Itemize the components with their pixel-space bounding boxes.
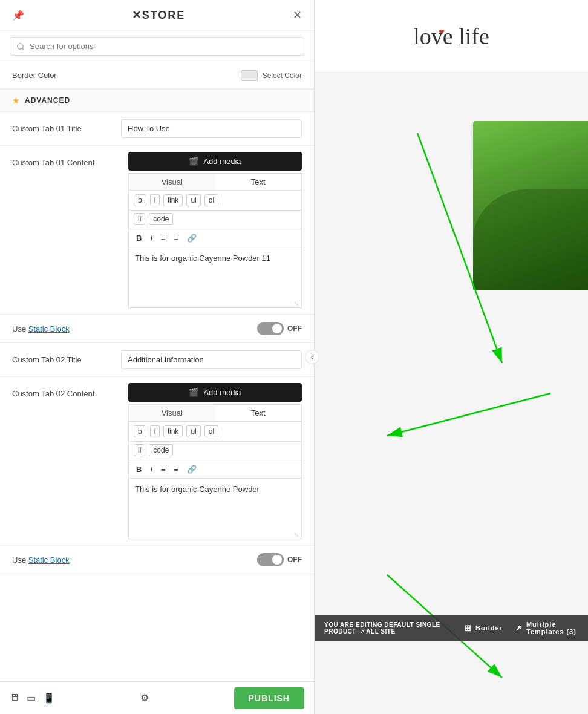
static-block-01-toggle[interactable]: OFF: [257, 322, 302, 335]
tab01-ul-rich-btn[interactable]: ≡: [158, 232, 168, 244]
resize-handle: ⤡: [294, 300, 300, 306]
bottom-toolbar: 🖥 ▭ 📱 ⚙ PUBLISH: [0, 681, 314, 714]
static-block-02-link[interactable]: Static Block: [28, 555, 70, 565]
panel-content: Border Color Select Color ★ ADVANCED Cus…: [0, 62, 314, 714]
custom-tab-02-content-section: Custom Tab 02 Content 🎬 Add media Visual…: [0, 377, 314, 546]
static-block-01-link[interactable]: Static Block: [28, 324, 70, 333]
publish-button[interactable]: PUBLISH: [234, 687, 304, 709]
editing-message: YOU ARE EDITING DEFAULT SINGLE PRODUCT -…: [324, 621, 452, 635]
static-block-01-row: Use Static Block OFF: [0, 315, 314, 343]
custom-tab-02-title-label: Custom Tab 02 Title: [12, 355, 121, 364]
builder-tab[interactable]: ⊞ Builder: [464, 623, 503, 633]
advanced-label: ADVANCED: [25, 96, 70, 105]
custom-tab-01-rich-toolbar: B I ≡ ≡ 🔗: [128, 229, 302, 247]
left-panel: 📌 ✕STORE ✕ Border Color Select Color ★ A…: [0, 0, 315, 714]
custom-tab-01-add-media-button[interactable]: 🎬 Add media: [128, 152, 302, 171]
templates-icon: ↗: [515, 623, 523, 633]
custom-tab-02-title-row: Custom Tab 02 Title: [0, 343, 314, 377]
tab01-bold-html-btn[interactable]: b: [134, 194, 146, 206]
templates-tab[interactable]: ↗ Multiple Templates (3): [515, 621, 578, 635]
custom-tab-01-title-label: Custom Tab 01 Title: [12, 124, 121, 133]
collapse-panel-button[interactable]: ‹: [305, 350, 319, 364]
custom-tab-02-content-area[interactable]: This is for organic Cayenne Powder ⤡: [128, 479, 302, 539]
tab02-ul-rich-btn[interactable]: ≡: [158, 463, 168, 475]
custom-tab-01-content-area[interactable]: This is for organic Cayenne Powder 11 ⤡: [128, 247, 302, 308]
tab02-bold-html-btn[interactable]: b: [134, 425, 146, 437]
mobile-icon[interactable]: 📱: [43, 692, 55, 704]
border-color-row: Border Color Select Color: [0, 62, 314, 89]
tablet-icon[interactable]: ▭: [27, 692, 36, 704]
search-input[interactable]: [10, 37, 304, 56]
static-block-02-label: Use Static Block: [12, 555, 257, 565]
search-bar: [0, 31, 314, 62]
select-color-button[interactable]: Select Color: [263, 71, 302, 80]
custom-tab-01-toolbar-row2: li code: [128, 211, 302, 229]
tab02-ul-html-btn[interactable]: ul: [186, 425, 200, 437]
desktop-icon[interactable]: 🖥: [10, 692, 19, 704]
preview-body: YOU ARE EDITING DEFAULT SINGLE PRODUCT -…: [315, 73, 588, 714]
tab01-ol-rich-btn[interactable]: ≡: [172, 232, 181, 244]
tab02-link-html-btn[interactable]: link: [163, 425, 183, 437]
tab01-ol-html-btn[interactable]: ol: [204, 194, 218, 206]
custom-tab-01-content-label: Custom Tab 01 Content: [12, 152, 121, 167]
custom-tab-01-toolbar-row1: b i link ul ol: [128, 191, 302, 211]
toggle-track-2[interactable]: [257, 553, 284, 566]
custom-tab-01-title-row: Custom Tab 01 Title: [0, 112, 314, 146]
tab02-bold-rich-btn[interactable]: B: [134, 463, 144, 475]
tab02-link-rich-btn[interactable]: 🔗: [185, 463, 199, 475]
camera-icon-2: 🎬: [189, 388, 198, 397]
camera-icon: 🎬: [189, 157, 198, 166]
custom-tab-01-editor: 🎬 Add media Visual Text b i link ul o: [128, 152, 302, 308]
custom-tab-02-text-tab[interactable]: Text: [215, 405, 302, 421]
tab01-li-html-btn[interactable]: li: [134, 213, 145, 225]
custom-tab-02-add-media-button[interactable]: 🎬 Add media: [128, 383, 302, 402]
device-icons: 🖥 ▭ 📱: [10, 692, 55, 704]
custom-tab-01-visual-tab[interactable]: Visual: [129, 174, 215, 190]
static-block-01-label: Use Static Block: [12, 324, 257, 333]
toggle-thumb-2: [272, 555, 282, 565]
resize-handle-2: ⤡: [294, 531, 300, 537]
custom-tab-01-content-section: Custom Tab 01 Content 🎬 Add media Visual…: [0, 146, 314, 315]
tab02-ol-rich-btn[interactable]: ≡: [172, 463, 181, 475]
right-panel: ‹ ❤ love life: [315, 0, 588, 714]
custom-tab-02-toolbar-row2: li code: [128, 442, 302, 460]
custom-tab-02-content-label: Custom Tab 02 Content: [12, 383, 121, 398]
custom-tab-01-title-input[interactable]: [121, 119, 302, 138]
logo: ✕STORE: [132, 8, 186, 22]
tab01-italic-html-btn[interactable]: i: [150, 194, 160, 206]
border-color-label: Border Color: [12, 71, 241, 80]
custom-tab-02-editor: 🎬 Add media Visual Text b i link ul o: [128, 383, 302, 539]
builder-icon: ⊞: [464, 623, 472, 633]
tab02-italic-html-btn[interactable]: i: [150, 425, 160, 437]
pin-icon: 📌: [12, 10, 24, 21]
tab02-ol-html-btn[interactable]: ol: [204, 425, 218, 437]
custom-tab-02-title-input[interactable]: [121, 350, 302, 369]
color-swatch[interactable]: [241, 70, 258, 81]
custom-tab-01-text-tab[interactable]: Text: [215, 174, 302, 190]
tab01-link-html-btn[interactable]: link: [163, 194, 183, 206]
tab01-italic-rich-btn[interactable]: I: [148, 232, 155, 244]
tab02-li-html-btn[interactable]: li: [134, 444, 145, 456]
custom-tab-01-mode-tabs: Visual Text: [128, 173, 302, 191]
close-button[interactable]: ✕: [293, 8, 302, 22]
tab02-italic-rich-btn[interactable]: I: [148, 463, 155, 475]
tab01-ul-html-btn[interactable]: ul: [186, 194, 200, 206]
svg-line-4: [387, 393, 550, 436]
preview-header: ❤ love life: [315, 0, 588, 73]
toggle-track[interactable]: [257, 322, 284, 335]
toggle-thumb: [272, 324, 282, 333]
store-logo: ❤ love life: [413, 23, 489, 50]
settings-icon[interactable]: ⚙: [140, 692, 149, 704]
tab01-link-rich-btn[interactable]: 🔗: [185, 232, 199, 244]
editing-bar: YOU ARE EDITING DEFAULT SINGLE PRODUCT -…: [315, 615, 588, 641]
tab01-code-html-btn[interactable]: code: [149, 213, 173, 225]
custom-tab-02-toolbar-row1: b i link ul ol: [128, 422, 302, 442]
tab01-bold-rich-btn[interactable]: B: [134, 232, 144, 244]
advanced-section-header: ★ ADVANCED: [0, 89, 314, 112]
custom-tab-02-visual-tab[interactable]: Visual: [129, 405, 215, 421]
product-preview-image: [473, 121, 588, 290]
custom-tab-02-rich-toolbar: B I ≡ ≡ 🔗: [128, 460, 302, 479]
static-block-02-row: Use Static Block OFF: [0, 546, 314, 574]
static-block-02-toggle[interactable]: OFF: [257, 553, 302, 566]
tab02-code-html-btn[interactable]: code: [149, 444, 173, 456]
